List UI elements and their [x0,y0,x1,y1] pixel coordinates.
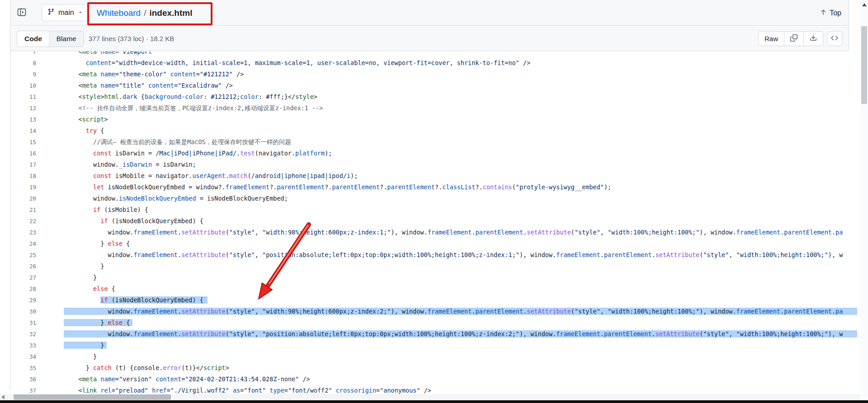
vertical-scrollbar[interactable] [860,0,868,400]
expand-file-tree-button[interactable] [15,7,28,19]
code-line-content: <meta name="theme-color" content="#12121… [36,69,857,80]
line-number[interactable]: 36 [10,374,36,385]
line-number[interactable]: 19 [10,182,36,193]
code-line-content: } [36,351,857,362]
window-bottom-edge [0,400,868,403]
code-line-content: <style>html.dark {background-color: #121… [36,91,857,103]
code-line-content: const isMobile = navigator.userAgent.mat… [36,170,857,182]
line-number[interactable]: 33 [10,340,36,351]
code-line: 29 if (isNodeBlockQueryEmbed) { [10,295,857,306]
line-number[interactable]: 30 [10,306,36,317]
code-line-content: } [36,340,857,351]
line-number[interactable]: 22 [10,216,36,227]
line-number[interactable]: 34 [10,351,36,362]
line-number[interactable]: 25 [10,249,36,261]
copy-icon [790,34,797,43]
branch-selector[interactable]: main [42,4,89,21]
symbols-panel-button[interactable] [827,31,842,46]
code-line-content: //调试— 检查当前的设备，如果是MacOS，处理保存时按键不一样的问题 [36,136,857,148]
back-to-top-button[interactable]: Top [820,0,841,26]
copy-raw-button[interactable] [784,32,803,46]
line-number[interactable]: 32 [10,328,36,340]
code-line: 8 content="width=device-width, initial-s… [10,57,857,69]
code-line: 31 } else { [10,317,857,328]
code-line-content: <link rel="preload" href="./Virgil.woff2… [36,385,857,394]
tab-code[interactable]: Code [17,31,50,47]
vertical-scrollbar-thumb[interactable] [861,26,867,104]
code-lines: 7 <meta name="viewport"8 content="width=… [10,52,857,394]
line-number[interactable]: 27 [10,272,36,283]
code-line-content: <!-- 挂件自动全屏，铺满当前页签，PC端设置z-index:2,移动端设置z… [36,103,857,114]
line-number[interactable]: 37 [10,385,36,394]
file-toolbar: Code Blame 377 lines (373 loc) · 18.2 KB… [10,26,849,51]
code-line-content: content="width=device-width, initial-sca… [36,57,857,69]
code-line: 18 const isMobile = navigator.userAgent.… [10,170,857,182]
line-number[interactable]: 20 [10,193,36,204]
code-line-content: <meta name="viewport" [36,52,857,57]
line-number[interactable]: 13 [10,114,36,125]
back-to-top-label: Top [830,9,841,17]
selection-highlight: window.frameElement.setAttribute("style"… [64,308,857,315]
line-number[interactable]: 15 [10,136,36,148]
code-line-content: if (isNodeBlockQueryEmbed) { [36,295,857,306]
scroll-left-caret[interactable] [1,395,5,399]
file-meta-info: 377 lines (373 loc) · 18.2 KB [89,26,174,51]
line-number[interactable]: 7 [10,52,36,57]
code-line: 10 <meta name="title" content="Excalidra… [10,80,857,91]
horizontal-scrollbar-thumb[interactable] [14,394,171,400]
code-line: 36 <meta name="version" content="2024-02… [10,374,857,385]
code-line: 32 window.frameElement.setAttribute("sty… [10,328,857,340]
code-line: 13 <script> [10,114,857,125]
line-number[interactable]: 26 [10,261,36,272]
line-number[interactable]: 11 [10,91,36,103]
code-blame-tabs: Code Blame [17,31,84,47]
line-number[interactable]: 35 [10,362,36,374]
collapsed-file-tree-gutter [0,0,10,390]
code-line-content: window.isNodeBlockQueryEmbed = isNodeBlo… [36,193,857,204]
line-number[interactable]: 8 [10,57,36,69]
code-viewer: 7 <meta name="viewport"8 content="width=… [10,52,857,394]
sidebar-expand-icon [17,7,27,19]
scroll-up-caret[interactable] [862,3,867,6]
line-number[interactable]: 14 [10,125,36,136]
code-line: 27 } [10,272,857,283]
raw-button-label: Raw [764,35,778,42]
code-line: 35 } catch (t) {console.error(t)}</scrip… [10,362,857,374]
code-line: 26 } [10,261,857,272]
code-line: 20 window.isNodeBlockQueryEmbed = isNode… [10,193,857,204]
code-symbols-icon [831,34,838,43]
code-line: 21 if (isMobile) { [10,204,857,216]
line-number[interactable]: 28 [10,283,36,295]
code-line: 28 else { [10,283,857,295]
line-number[interactable]: 17 [10,159,36,170]
code-line-content: <meta name="title" content="Excalidraw" … [36,80,857,91]
line-number[interactable]: 24 [10,238,36,249]
code-line-content: window.frameElement.setAttribute("style"… [36,249,857,261]
raw-button[interactable]: Raw [759,32,784,46]
code-line: 14 try { [10,125,857,136]
line-number[interactable]: 18 [10,170,36,182]
code-line-content: const isDarwin = /Mac|iPod|iPhone|iPad/.… [36,148,857,159]
line-number[interactable]: 21 [10,204,36,216]
line-number[interactable]: 10 [10,80,36,91]
code-line-content: if (isMobile) { [36,204,857,216]
code-line: 23 window.frameElement.setAttribute("sty… [10,227,857,238]
horizontal-scrollbar[interactable] [0,394,860,400]
code-line: 25 window.frameElement.setAttribute("sty… [10,249,857,261]
code-line: 11 <style>html.dark {background-color: #… [10,91,857,103]
code-line-content: else { [36,283,857,295]
line-number[interactable]: 31 [10,317,36,328]
code-line-content: window.frameElement.setAttribute("style"… [36,306,857,317]
line-number[interactable]: 9 [10,69,36,80]
annotation-red-arrow [248,219,325,311]
line-number[interactable]: 16 [10,148,36,159]
code-line-content: if (isNodeBlockQueryEmbed) { [36,216,857,227]
line-number[interactable]: 23 [10,227,36,238]
code-line: 30 window.frameElement.setAttribute("sty… [10,306,857,317]
code-line: 15 //调试— 检查当前的设备，如果是MacOS，处理保存时按键不一样的问题 [10,136,857,148]
line-number[interactable]: 29 [10,295,36,306]
tab-blame[interactable]: Blame [49,31,84,47]
download-raw-button[interactable] [803,32,823,46]
code-line-content: window.frameElement.setAttribute("style"… [36,227,857,238]
line-number[interactable]: 12 [10,103,36,114]
